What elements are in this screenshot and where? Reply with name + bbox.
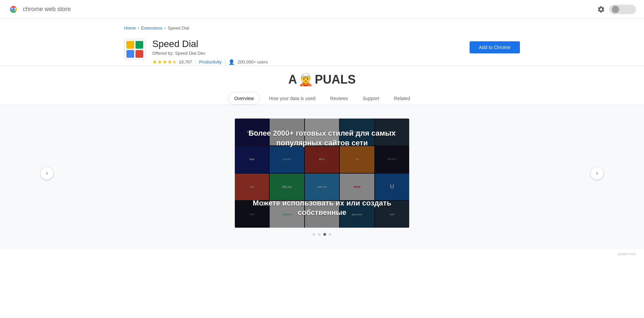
users-icon: 👤 (228, 59, 235, 65)
watermark-text: A 🧝 PUALS (0, 73, 644, 87)
breadcrumb-sep-2: › (164, 26, 166, 31)
star-5: ★★ (172, 59, 177, 65)
breadcrumb-sep-1: › (138, 26, 139, 31)
header: chrome web store (0, 0, 644, 19)
watermark-suffix: PUALS (315, 73, 356, 87)
tab-related[interactable]: Related (388, 92, 416, 104)
settings-icon[interactable] (597, 5, 605, 13)
tabs-nav: Overview How your data is used Reviews S… (0, 89, 644, 105)
icon-cell-yellow (126, 41, 134, 49)
extension-meta: ★ ★ ★ ★ ★★ 18,767 | Productivity | 👤 200… (152, 58, 463, 65)
rating-count: 18,767 (179, 59, 192, 64)
icon-cell-green (136, 41, 143, 49)
star-2: ★ (157, 59, 162, 65)
extension-name: Speed Dial (152, 39, 463, 49)
tab-support[interactable]: Support (357, 92, 385, 104)
footer-source: wsxdn.com (618, 252, 636, 256)
breadcrumb: Home › Extensions › Speed Dial (0, 19, 644, 35)
tab-overview[interactable]: Overview (228, 92, 260, 105)
extension-header: Speed Dial Offered by: Speed Dial Dev ★ … (0, 35, 644, 66)
carousel-dot-1[interactable] (313, 233, 315, 236)
icon-cell-red (136, 50, 143, 58)
icon-cell-blue (126, 50, 134, 58)
breadcrumb-home[interactable]: Home (124, 26, 136, 31)
carousel-dot-3[interactable] (323, 233, 326, 236)
carousel-next-button[interactable]: › (590, 167, 604, 180)
carousel-prev-button[interactable]: ‹ (40, 167, 54, 180)
carousel-image-inner: DRIVER Qiwi site знания Народ РБК ОН.РУ … (235, 119, 409, 228)
offered-by-label: Offered by: (152, 51, 174, 56)
store-title: chrome web store (23, 6, 593, 13)
meta-sep-1: | (195, 58, 197, 65)
breadcrumb-current: Speed Dial (168, 26, 189, 31)
svg-point-3 (12, 8, 15, 11)
watermark-mascot: 🧝 (298, 73, 313, 87)
carousel-overlay: Более 2000+ готовых стилей для самых поп… (235, 119, 409, 228)
carousel-dot-4[interactable] (329, 233, 331, 236)
breadcrumb-extensions[interactable]: Extensions (141, 26, 163, 31)
user-avatar[interactable] (609, 5, 636, 14)
header-actions (597, 5, 636, 14)
meta-sep-2: | (224, 58, 226, 65)
star-rating: ★ ★ ★ ★ ★★ 18,767 (152, 59, 192, 65)
star-1: ★ (152, 59, 157, 65)
tab-reviews[interactable]: Reviews (324, 92, 354, 104)
star-4: ★ (167, 59, 172, 65)
footer-note: wsxdn.com (0, 249, 644, 259)
carousel-dot-2[interactable] (318, 233, 321, 236)
category-link[interactable]: Productivity (199, 59, 221, 64)
carousel-slide-title-bottom: Можете использовать их или создать собст… (241, 198, 402, 218)
watermark-label: A (288, 73, 297, 87)
carousel-dots (0, 233, 644, 236)
overlay-top: Более 2000+ готовых стилей для самых поп… (241, 129, 402, 148)
offered-by-value: Speed Dial Dev (175, 51, 205, 56)
add-to-chrome-button[interactable]: Add to Chrome (470, 41, 520, 53)
users-count: 200,000+ users (237, 59, 268, 64)
star-3: ★ (162, 59, 167, 65)
overlay-bottom: Можете использовать их или создать собст… (241, 198, 402, 218)
chrome-logo (8, 4, 19, 15)
carousel: ‹ DRIVER Qiwi site знания Народ РБК ОН.Р… (0, 119, 644, 228)
avatar-circle (612, 6, 619, 13)
carousel-slide-title-top: Более 2000+ готовых стилей для самых поп… (241, 129, 402, 148)
extension-info: Speed Dial Offered by: Speed Dial Dev ★ … (152, 39, 463, 65)
watermark: A 🧝 PUALS (0, 66, 644, 89)
extension-icon (124, 39, 146, 60)
extension-offered: Offered by: Speed Dial Dev (152, 51, 463, 56)
main-content: ‹ DRIVER Qiwi site знания Народ РБК ОН.Р… (0, 105, 644, 249)
tab-data-usage[interactable]: How your data is used (263, 92, 322, 104)
carousel-slide: DRIVER Qiwi site знания Народ РБК ОН.РУ … (235, 119, 409, 228)
